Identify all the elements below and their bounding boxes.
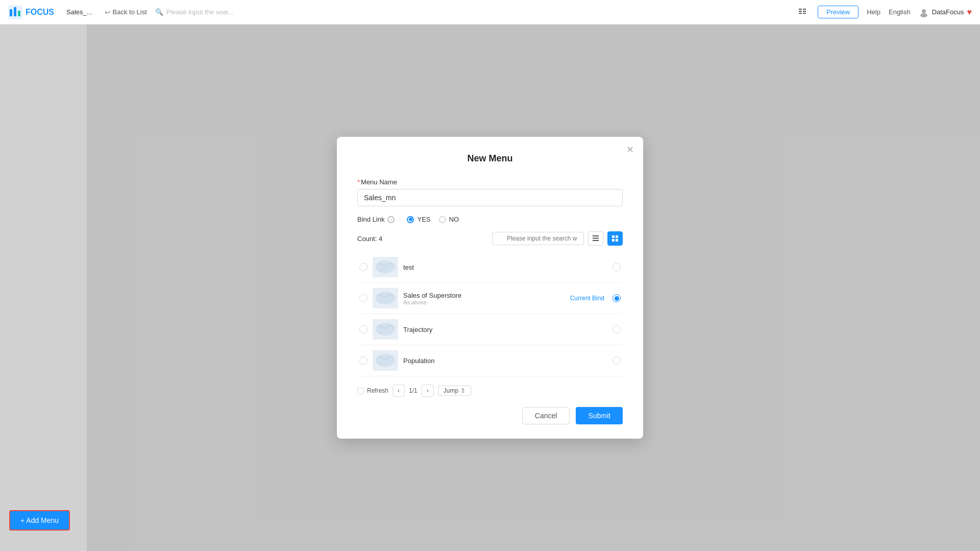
svg-rect-1 (10, 9, 12, 16)
refresh-option[interactable]: Refresh (357, 387, 388, 394)
modal-backdrop: ✕ New Menu *Menu Name Bind Link ? YES (0, 25, 980, 551)
svg-rect-14 (593, 235, 599, 236)
current-bind-label: Current Bind (570, 295, 604, 302)
search-view-row: 🔍 (492, 231, 623, 246)
back-to-list-btn[interactable]: ↩ Back to List (101, 6, 151, 18)
svg-rect-20 (616, 239, 618, 242)
svg-point-10 (922, 9, 926, 13)
item-thumb-4: Int'l (373, 350, 398, 371)
logo[interactable]: FOCUS (8, 5, 54, 19)
modal-title: New Menu (357, 153, 623, 164)
item-checkbox-1[interactable] (359, 263, 368, 271)
bind-link-label: Bind Link ? (357, 215, 395, 223)
bind-link-radio-group: YES NO (407, 215, 459, 223)
item-info-3: Trajectory (403, 326, 607, 333)
item-radio-4[interactable] (612, 356, 621, 365)
menu-name-label: *Menu Name (357, 178, 623, 186)
menu-name-field: *Menu Name (357, 178, 623, 206)
item-name-3: Trajectory (403, 326, 607, 333)
modal-close-button[interactable]: ✕ (626, 144, 634, 155)
svg-rect-4 (799, 9, 802, 10)
item-info-1: test (403, 263, 607, 271)
language-selector[interactable]: English (889, 8, 911, 16)
svg-text:Int'l: Int'l (379, 331, 383, 334)
logo-text: FOCUS (26, 8, 54, 17)
svg-rect-5 (799, 11, 802, 12)
item-checkbox-3[interactable] (359, 325, 368, 333)
refresh-checkbox[interactable] (357, 388, 364, 394)
svg-text:Int'l: Int'l (379, 269, 383, 272)
item-radio-3[interactable] (612, 325, 621, 333)
no-radio-circle (439, 216, 446, 223)
svg-rect-7 (803, 9, 806, 10)
svg-text:?: ? (390, 218, 393, 223)
help-link[interactable]: Help (867, 8, 880, 16)
item-sub-2: As above (403, 299, 565, 305)
svg-rect-3 (18, 11, 20, 16)
navbar: FOCUS Sales_... ↩ Back to List 🔍 Please … (0, 0, 980, 25)
tab-sales[interactable]: Sales_... (62, 6, 96, 18)
item-checkbox-2[interactable] (359, 294, 368, 302)
prev-page-btn[interactable]: ‹ (393, 385, 405, 397)
list-search-wrap: 🔍 (492, 232, 584, 245)
svg-point-11 (920, 13, 927, 17)
item-radio-1[interactable] (612, 263, 621, 271)
page-info: 1/1 (409, 387, 418, 394)
svg-text:Int'l: Int'l (379, 300, 383, 303)
action-row: Cancel Submit (357, 407, 623, 424)
cancel-button[interactable]: Cancel (522, 407, 570, 424)
grid-view-btn[interactable] (607, 231, 623, 246)
svg-rect-8 (803, 11, 806, 12)
next-page-btn[interactable]: › (422, 385, 434, 397)
required-star: * (357, 178, 360, 186)
navbar-search: 🔍 Please input the sear... (155, 8, 234, 16)
svg-rect-15 (593, 238, 599, 239)
navbar-right: Preview Help English DataFocus ♥ (795, 5, 972, 19)
pagination-row: Refresh ‹ 1/1 › Jump ⇧ (357, 385, 623, 397)
submit-button[interactable]: Submit (576, 407, 623, 424)
add-menu-button[interactable]: + Add Menu (9, 510, 70, 531)
item-name-1: test (403, 263, 607, 271)
svg-rect-9 (803, 13, 806, 14)
list-search-input[interactable] (492, 232, 584, 245)
list-item: Int'l Population (357, 345, 623, 376)
search-icon: 🔍 (155, 8, 163, 16)
bind-link-row: Bind Link ? YES NO (357, 215, 623, 223)
menu-name-input[interactable] (357, 189, 623, 206)
svg-text:Int'l: Int'l (379, 363, 383, 366)
item-info-4: Population (403, 357, 607, 365)
svg-rect-6 (799, 13, 802, 14)
yes-radio-circle (407, 216, 414, 223)
no-radio[interactable]: NO (439, 215, 459, 223)
count-text: Count: 4 (357, 235, 382, 243)
svg-rect-17 (612, 235, 615, 238)
user-menu[interactable]: DataFocus ♥ (919, 7, 972, 17)
count-search-row: Count: 4 🔍 (357, 231, 623, 246)
list-item: Int'l Sales of Superstore As above Curre… (357, 283, 623, 314)
new-menu-modal: ✕ New Menu *Menu Name Bind Link ? YES (337, 137, 643, 439)
preview-button[interactable]: Preview (818, 6, 859, 18)
svg-rect-18 (616, 235, 618, 238)
item-checkbox-4[interactable] (359, 356, 368, 365)
list-item: Int'l test (357, 252, 623, 283)
items-list: Int'l test Int'l Sales of Superstore As … (357, 252, 623, 376)
svg-rect-19 (612, 239, 615, 242)
item-info-2: Sales of Superstore As above (403, 292, 565, 305)
svg-rect-16 (593, 240, 599, 241)
grid-view-icon[interactable] (795, 5, 810, 19)
jump-btn[interactable]: Jump ⇧ (438, 386, 471, 396)
item-name-2: Sales of Superstore (403, 292, 565, 299)
item-thumb-3: Int'l (373, 319, 398, 340)
yes-radio[interactable]: YES (407, 215, 430, 223)
item-thumb-2: Int'l (373, 288, 398, 308)
jump-arrow-icon: ⇧ (460, 387, 465, 394)
svg-rect-2 (14, 7, 16, 16)
list-view-btn[interactable] (588, 231, 603, 246)
item-name-4: Population (403, 357, 607, 365)
item-radio-2[interactable] (612, 294, 621, 302)
list-item: Int'l Trajectory (357, 314, 623, 345)
item-thumb-1: Int'l (373, 257, 398, 277)
